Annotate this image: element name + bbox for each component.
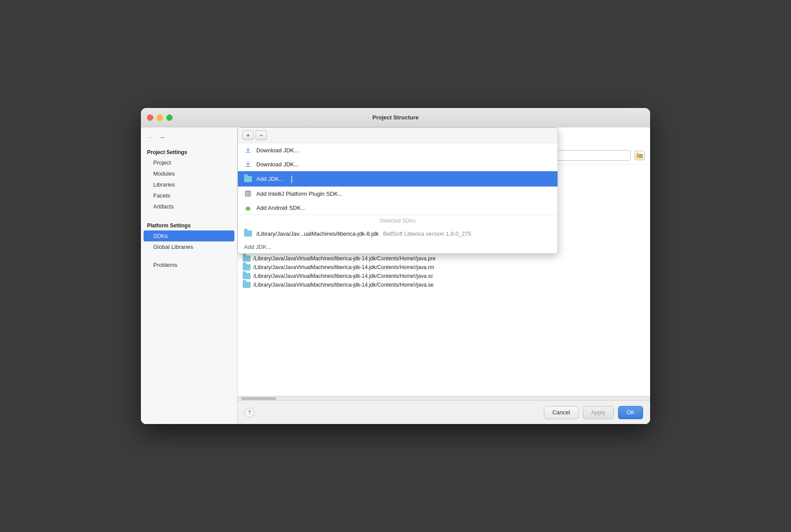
sidebar-item-artifacts[interactable]: Artifacts xyxy=(141,201,237,212)
sdk-item[interactable]: /Library/Java/JavaVirtualMachines/liberi… xyxy=(237,254,650,263)
platform-settings-section: Platform Settings xyxy=(141,219,237,230)
dropdown-item-download-jdk-1[interactable]: Download JDK... xyxy=(238,143,557,157)
sdk-folder-icon xyxy=(243,273,251,279)
sdk-folder-icon xyxy=(243,282,251,288)
svg-point-2 xyxy=(245,207,251,211)
ok-button[interactable]: OK xyxy=(618,406,643,419)
horizontal-scrollbar[interactable] xyxy=(237,396,650,400)
sidebar-item-project[interactable]: Project xyxy=(141,157,237,168)
sdk-folder-icon xyxy=(243,264,251,270)
main-content: + − Download JDK... xyxy=(237,127,650,424)
action-buttons: Cancel Apply OK xyxy=(544,406,643,419)
dropdown-item-intellij-sdk[interactable]: IJ Add IntelliJ Platform Plugin SDK... xyxy=(238,187,557,201)
remove-button[interactable]: − xyxy=(255,130,267,140)
bottom-bar: ? Cancel Apply OK xyxy=(237,400,650,424)
dropdown-item-download-jdk-2-label: Download JDK... xyxy=(256,161,299,168)
forward-button[interactable]: → xyxy=(158,133,165,141)
cancel-button[interactable]: Cancel xyxy=(544,406,578,419)
window-title: Project Structure xyxy=(372,114,418,121)
help-button[interactable]: ? xyxy=(244,408,254,417)
sdk-item[interactable]: /Library/Java/JavaVirtualMachines/liberi… xyxy=(237,280,650,289)
sidebar-item-problems[interactable]: Problems xyxy=(141,259,237,270)
dropdown-toolbar: + − xyxy=(238,128,557,143)
dropdown-item-add-jdk[interactable]: Add JDK... | xyxy=(238,171,557,187)
add-button[interactable]: + xyxy=(242,130,254,140)
apply-button[interactable]: Apply xyxy=(583,406,614,419)
detected-sdk-version: BellSoft Liberica version 1.8.0_275 xyxy=(383,230,471,237)
browse-folder-button[interactable] xyxy=(634,151,645,160)
download-icon-1 xyxy=(244,146,252,154)
sidebar-item-modules[interactable]: Modules xyxy=(141,168,237,179)
folder-blue-icon xyxy=(244,175,252,183)
sdk-item[interactable]: /Library/Java/JavaVirtualMachines/liberi… xyxy=(237,263,650,272)
minimize-button[interactable] xyxy=(157,115,163,121)
nav-arrows: ← → xyxy=(141,132,237,146)
sdk-path: /Library/Java/JavaVirtualMachines/liberi… xyxy=(253,264,434,270)
sidebar-item-libraries[interactable]: Libraries xyxy=(141,179,237,190)
svg-text:IJ: IJ xyxy=(246,192,251,196)
dropdown-item-download-jdk-1-label: Download JDK... xyxy=(256,147,299,154)
sidebar: ← → Project Settings Project Modules Lib… xyxy=(141,127,237,424)
h-scrollbar-thumb[interactable] xyxy=(241,397,276,400)
dropdown-item-intellij-sdk-label: Add IntelliJ Platform Plugin SDK... xyxy=(256,191,343,197)
detected-sdk-item[interactable]: /Library/Java/Jav...ualMachines/liberica… xyxy=(238,226,557,241)
window-body: ← → Project Settings Project Modules Lib… xyxy=(141,127,650,424)
sdk-folder-icon xyxy=(243,255,251,262)
close-button[interactable] xyxy=(147,115,153,121)
detected-folder-icon xyxy=(244,230,252,237)
maximize-button[interactable] xyxy=(166,115,173,121)
dropdown-item-download-jdk-2[interactable]: Download JDK... xyxy=(238,157,557,171)
sdk-item[interactable]: /Library/Java/JavaVirtualMachines/liberi… xyxy=(237,272,650,280)
sidebar-item-global-libraries[interactable]: Global Libraries xyxy=(141,241,237,252)
traffic-lights xyxy=(147,115,173,121)
download-icon-2 xyxy=(244,160,252,168)
add-jdk-plain[interactable]: Add JDK... xyxy=(238,241,557,253)
intellij-icon: IJ xyxy=(244,190,252,198)
sidebar-item-facets[interactable]: Facets xyxy=(141,190,237,201)
project-structure-window: Project Structure ← → Project Settings P… xyxy=(141,108,650,424)
add-sdk-dropdown: + − Download JDK... xyxy=(237,127,558,254)
svg-rect-6 xyxy=(636,154,639,158)
sdk-path: /Library/Java/JavaVirtualMachines/liberi… xyxy=(253,282,434,288)
back-button[interactable]: ← xyxy=(147,133,154,141)
detected-sdk-path: /Library/Java/Jav...ualMachines/liberica… xyxy=(256,230,379,237)
android-icon xyxy=(244,204,252,212)
dropdown-item-add-jdk-label: Add JDK... xyxy=(256,176,284,182)
sdk-path: /Library/Java/JavaVirtualMachines/liberi… xyxy=(253,273,433,279)
sidebar-item-sdks[interactable]: SDKs xyxy=(144,230,234,241)
dropdown-item-android-sdk-label: Add Android SDK... xyxy=(256,205,306,211)
svg-rect-7 xyxy=(636,153,639,155)
title-bar: Project Structure xyxy=(141,108,650,127)
detected-sdks-separator: Detected SDKs xyxy=(238,215,557,226)
dropdown-item-android-sdk[interactable]: Add Android SDK... xyxy=(238,201,557,215)
sdk-path: /Library/Java/JavaVirtualMachines/liberi… xyxy=(253,255,435,262)
project-settings-section: Project Settings xyxy=(141,146,237,157)
cursor-indicator: | xyxy=(291,174,293,183)
